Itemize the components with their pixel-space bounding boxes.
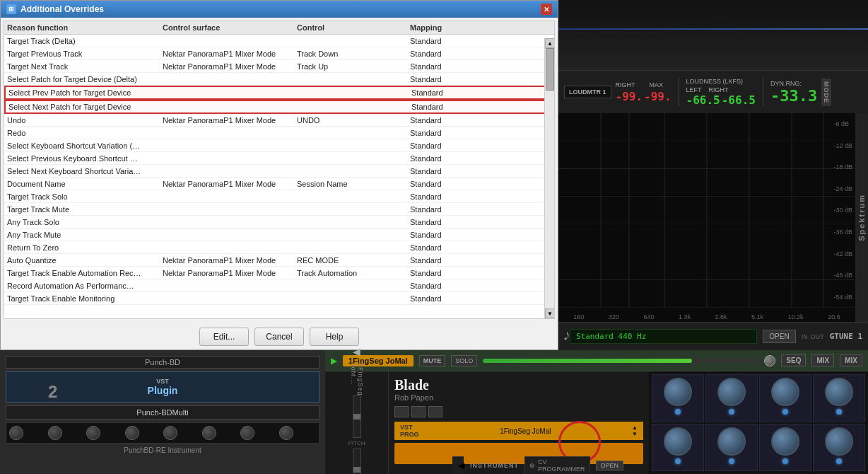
tune-bar: 𝅘𝅥𝅮 Standard 440 Hz OPEN IN OUT GTUNE 1: [558, 322, 868, 350]
mute-button[interactable]: MUTE: [419, 355, 446, 366]
pitch-mod: PITCH MOD: [339, 395, 375, 474]
knob-5[interactable]: [163, 426, 177, 440]
table-row[interactable]: Record Automation As Performanc… Standar…: [4, 279, 554, 292]
gtune-label: GTUNE 1: [830, 332, 862, 341]
seq-header: ▶ 1FingSeg JoMal MUTE SOLO SEQ MIX MIX: [325, 350, 868, 371]
table-row-highlighted[interactable]: Select Prev Patch for Target Device Stan…: [4, 86, 554, 100]
nektar-knob-6[interactable]: [717, 427, 746, 456]
in-label: IN: [802, 333, 808, 340]
meter-value-3: -66.5: [686, 93, 720, 107]
spektrum-line: [558, 28, 868, 30]
table-row[interactable]: Target Track Solo Standard: [4, 190, 554, 203]
scroll-down-button[interactable]: ▼: [545, 308, 555, 318]
mod-fader[interactable]: [353, 449, 361, 474]
table-row[interactable]: Select Patch for Target Device (Delta) S…: [4, 73, 554, 86]
dyn-rng-value: -33.3: [770, 87, 817, 105]
table-row[interactable]: Select Next Keyboard Shortcut Varia… Sta…: [4, 165, 554, 178]
meter-value-4: -66.5: [722, 93, 756, 107]
table-row[interactable]: Undo Nektar PanoramaP1 Mixer Mode UNDO S…: [4, 114, 554, 127]
fader-fill: [483, 359, 692, 363]
play-icon[interactable]: ▶: [331, 356, 337, 366]
tune-display: Standard 440 Hz: [570, 329, 757, 344]
table-row[interactable]: Return To Zero Standard: [4, 241, 554, 254]
nektar-knob-3[interactable]: [771, 378, 799, 406]
table-row[interactable]: Document Name Nektar PanoramaP1 Mixer Mo…: [4, 178, 554, 190]
instrument-label: INSTRUMENT: [470, 462, 519, 469]
nektar-controls: [649, 371, 868, 474]
arrow-icon[interactable]: ◀: [458, 461, 464, 470]
nektar-led-1: [675, 409, 681, 415]
edit-button[interactable]: Edit...: [199, 328, 249, 346]
table-row[interactable]: Any Track Mute Standard: [4, 229, 554, 241]
blade-ctrl-2[interactable]: [411, 406, 426, 417]
table-row[interactable]: Redo Standard: [4, 127, 554, 139]
table-row[interactable]: Target Track Enable Monitoring Standard: [4, 292, 554, 305]
col-control-surface: Control surface: [163, 23, 297, 32]
table-scrollbar[interactable]: ▲ ▼: [544, 38, 554, 318]
nektar-led-7: [782, 458, 788, 464]
instrument-bar: ◀ INSTRUMENT ⊕ CV PROGRAMMER OPEN: [452, 456, 464, 474]
table-body[interactable]: Target Track (Delta) Standard Target Pre…: [4, 35, 554, 315]
right2-label: RIGHT: [709, 86, 729, 93]
scroll-up-button[interactable]: ▲: [545, 38, 555, 48]
nektar-led-6: [729, 458, 734, 464]
pan-knob[interactable]: [764, 355, 775, 366]
table-row[interactable]: Select Keyboard Shortcut Variation (… St…: [4, 139, 554, 152]
pitch-fader[interactable]: [353, 395, 361, 438]
fader-area: [483, 355, 775, 366]
volume-fader[interactable]: [483, 359, 761, 363]
col-control: Control: [297, 23, 410, 32]
meter-value-2: -99.: [644, 90, 671, 103]
table-row[interactable]: Target Next Track Nektar PanoramaP1 Mixe…: [4, 60, 554, 73]
title-bar-left: ⊞ Additional Overrides: [6, 4, 104, 14]
table-row-highlighted[interactable]: Select Next Patch for Target Device Stan…: [4, 100, 554, 114]
cancel-button[interactable]: Cancel: [254, 328, 304, 346]
knob-grid: [6, 422, 319, 444]
mix-btn-2[interactable]: MIX: [840, 354, 862, 366]
table-row[interactable]: Target Previous Track Nektar PanoramaP1 …: [4, 47, 554, 60]
nektar-led-4: [836, 409, 842, 415]
scroll-thumb[interactable]: [546, 48, 554, 91]
nektar-knob-5[interactable]: [664, 427, 692, 456]
col-reason-function: Reason function: [7, 23, 163, 32]
knob-4[interactable]: [125, 426, 139, 440]
knob-3[interactable]: [86, 426, 100, 440]
table-row[interactable]: Any Track Solo Standard: [4, 216, 554, 229]
nektar-knob-4[interactable]: [825, 378, 853, 406]
spektrum-title-bar: Spektrum: [855, 113, 868, 322]
left-arrow-icon[interactable]: ◀: [353, 346, 360, 357]
blade-prog-bar: VST PROG 1FingSeg JoMal ▲ ▼: [394, 422, 643, 440]
meter-value-1: -99.: [616, 90, 643, 103]
close-button[interactable]: ✕: [541, 4, 552, 15]
knob-1[interactable]: [9, 426, 23, 440]
knob-7[interactable]: [240, 426, 254, 440]
nektar-knob-2[interactable]: [717, 378, 746, 406]
open-button[interactable]: OPEN: [596, 461, 624, 470]
table-row[interactable]: Target Track Mute Standard: [4, 203, 554, 216]
dyn-rng-label: DYN.RNG:: [770, 80, 817, 87]
open-tune-button[interactable]: OPEN: [763, 330, 795, 343]
table-row[interactable]: Target Track Enable Automation Rec… Nekt…: [4, 267, 554, 279]
out-label: OUT: [811, 333, 824, 340]
knob-2[interactable]: [48, 426, 62, 440]
nektar-group-7: [759, 424, 811, 472]
db-labels: -6 dB -12 dB -18 dB -24 dB -30 dB -36 dB…: [833, 113, 852, 308]
blade-ctrl-3[interactable]: [428, 406, 442, 417]
seq-btn[interactable]: SEQ: [781, 354, 806, 366]
loudness-meter-title: LOUDMTR 1: [564, 86, 611, 98]
table-row[interactable]: Select Previous Keyboard Shortcut … Stan…: [4, 152, 554, 165]
nektar-knob-1[interactable]: [664, 378, 692, 406]
nektar-knob-8[interactable]: [825, 427, 853, 456]
knob-6[interactable]: [202, 426, 216, 440]
solo-button[interactable]: SOLO: [451, 355, 477, 366]
table-row[interactable]: Auto Quantize Nektar PanoramaP1 Mixer Mo…: [4, 254, 554, 267]
table-row[interactable]: Target Track (Delta) Standard: [4, 35, 554, 47]
help-button[interactable]: Help: [310, 328, 359, 346]
nektar-knob-7[interactable]: [771, 427, 799, 456]
dialog-title: Additional Overrides: [20, 4, 104, 14]
knob-8[interactable]: [279, 426, 293, 440]
prog-arrows[interactable]: ▲ ▼: [632, 424, 638, 437]
blade-ctrl-1[interactable]: [394, 406, 409, 417]
mix-btn[interactable]: MIX: [811, 354, 834, 366]
right-label: RIGHT: [616, 81, 635, 88]
